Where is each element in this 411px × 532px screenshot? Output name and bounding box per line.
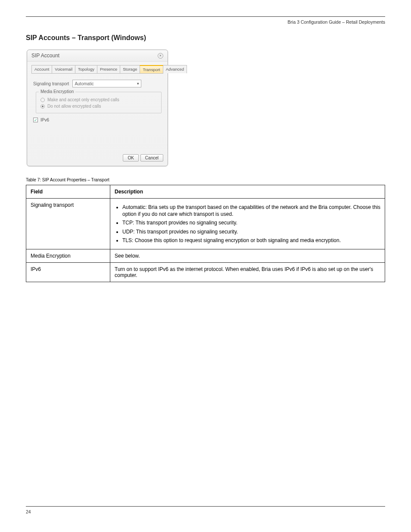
field-description: Turn on to support IPv6 as the internet …: [110, 262, 385, 282]
field-name: IPv6: [26, 262, 110, 282]
list-item: TLS: Choose this option to request signa…: [122, 237, 380, 244]
ok-button[interactable]: OK: [123, 154, 138, 162]
signaling-transport-select[interactable]: Automatic ▾: [72, 80, 141, 87]
list-item: UDP: This transport provides no signalin…: [122, 228, 380, 235]
radio-encrypted-only[interactable]: [40, 98, 45, 102]
tab-topology[interactable]: Topology: [75, 65, 97, 73]
table-row: IPv6 Turn on to support IPv6 as the inte…: [26, 262, 385, 282]
signaling-transport-value: Automatic: [75, 81, 93, 86]
tab-storage[interactable]: Storage: [120, 65, 140, 73]
close-icon[interactable]: ×: [158, 53, 163, 59]
dialog-tabs: Account Voicemail Topology Presence Stor…: [31, 65, 163, 73]
media-encryption-legend: Media Encryption: [39, 89, 75, 94]
table-caption: Table 7: SIP Account Properties – Transp…: [26, 177, 385, 182]
cancel-button[interactable]: Cancel: [140, 154, 163, 162]
field-name: Media Encryption: [26, 249, 110, 262]
media-encryption-group: Media Encryption Make and accept only en…: [36, 92, 162, 113]
radio-no-encrypted[interactable]: [40, 104, 45, 109]
table-row: Media Encryption See below.: [26, 249, 385, 262]
col-field-header: Field: [26, 185, 110, 199]
dialog-title: SIP Account: [31, 53, 59, 59]
radio-encrypted-only-label: Make and accept only encrypted calls: [47, 97, 119, 102]
radio-no-encrypted-label: Do not allow encrypted calls: [47, 104, 101, 109]
list-item: TCP: This transport provides no signalin…: [122, 219, 380, 226]
col-description-header: Description: [110, 185, 385, 199]
field-name: Signaling transport: [26, 199, 110, 249]
signaling-options-list: Automatic: Bria sets up the transport ba…: [115, 204, 380, 244]
page-number: 24: [26, 509, 31, 514]
chevron-down-icon: ▾: [137, 81, 139, 86]
properties-table: Field Description Signaling transport Au…: [26, 185, 385, 282]
field-description: See below.: [110, 249, 385, 262]
tab-voicemail[interactable]: Voicemail: [52, 65, 75, 73]
tab-advanced[interactable]: Advanced: [163, 65, 187, 73]
page-header: Bria 3 Configuration Guide – Retail Depl…: [26, 19, 385, 25]
ipv6-label: IPv6: [40, 118, 49, 122]
tab-presence[interactable]: Presence: [97, 65, 120, 73]
tab-account[interactable]: Account: [31, 65, 52, 73]
table-row: Signaling transport Automatic: Bria sets…: [26, 199, 385, 249]
list-item: Automatic: Bria sets up the transport ba…: [122, 204, 380, 218]
section-title: SIP Accounts – Transport (Windows): [26, 34, 385, 42]
sip-account-dialog: SIP Account × Account Voicemail Topology…: [27, 50, 168, 166]
tab-transport[interactable]: Transport: [140, 65, 163, 73]
ipv6-checkbox[interactable]: ✓: [33, 118, 38, 122]
signaling-transport-label: Signaling transport: [33, 81, 69, 86]
